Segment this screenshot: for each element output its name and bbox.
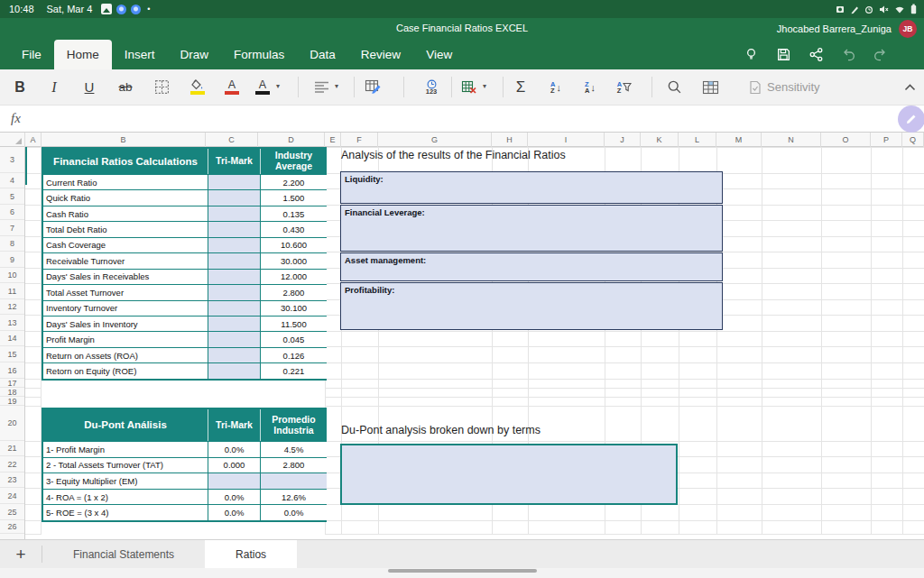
ratio-industry-cell[interactable]: 0.430	[261, 221, 327, 236]
row-header-19[interactable]: 19	[0, 397, 24, 406]
liquidity-box[interactable]: Liquidity:	[340, 171, 723, 204]
dupont-label-cell[interactable]: 2 - Total Assets Turnover (TAT)	[43, 457, 208, 473]
column-header-f[interactable]: F	[341, 133, 378, 147]
dupont-trimark-cell[interactable]: 0.0%	[208, 441, 261, 457]
column-header-l[interactable]: L	[679, 133, 716, 147]
ratio-label-cell[interactable]: Profit Margin	[43, 331, 208, 346]
ratio-industry-cell[interactable]: 30.000	[261, 252, 327, 268]
dupont-table-industry-header[interactable]: Promedio Industria	[261, 409, 327, 441]
ratio-industry-cell[interactable]: 1.500	[261, 189, 327, 205]
column-header-e[interactable]: E	[325, 133, 341, 147]
row-header-24[interactable]: 24	[0, 488, 24, 504]
ratio-trimark-cell[interactable]	[208, 174, 261, 189]
row-header-10[interactable]: 10	[0, 268, 24, 283]
row-header-20[interactable]: 20	[0, 406, 24, 441]
ratio-label-cell[interactable]: Days' Sales in Inventory	[43, 316, 208, 331]
row-header-7[interactable]: 7	[0, 220, 24, 236]
dupont-industry-cell[interactable]: 12.6%	[261, 489, 327, 505]
column-header-g[interactable]: G	[378, 133, 492, 147]
dupont-trimark-cell[interactable]: 0.000	[208, 457, 261, 473]
dupont-table-title-cell[interactable]: Du-Pont Análisis	[43, 409, 208, 441]
ratios-table-trimark-header[interactable]: Tri-Mark	[208, 149, 261, 174]
column-header-d[interactable]: D	[258, 133, 325, 147]
row-header-3[interactable]: 3	[0, 147, 24, 173]
ratio-label-cell[interactable]: Total Debt Ratio	[43, 221, 208, 236]
ratio-label-cell[interactable]: Return on Assets (ROA)	[43, 347, 208, 362]
select-all-corner[interactable]	[0, 133, 25, 147]
dupont-industry-cell[interactable]: 0.0%	[261, 504, 327, 520]
column-header-j[interactable]: J	[605, 133, 641, 147]
ratio-trimark-cell[interactable]	[208, 206, 261, 221]
row-header-9[interactable]: 9	[0, 252, 24, 268]
analysis-title[interactable]: Analysis of the results of the Financial…	[341, 149, 566, 161]
ratio-trimark-cell[interactable]	[208, 189, 261, 205]
ratio-label-cell[interactable]: Retorn on Equity (ROE)	[43, 362, 208, 378]
ratio-trimark-cell[interactable]	[208, 300, 261, 316]
dupont-note-title[interactable]: Du-Pont analysis broken down by terms	[341, 424, 541, 436]
ratio-industry-cell[interactable]: 0.045	[261, 331, 327, 346]
ratio-industry-cell[interactable]: 0.126	[261, 347, 327, 362]
ratio-industry-cell[interactable]: 10.600	[261, 237, 327, 252]
spreadsheet-grid[interactable]: ABCDEFGHIJKLMNOPQ 3456789101112131415161…	[0, 0, 924, 539]
column-header-b[interactable]: B	[42, 133, 206, 147]
column-header-q[interactable]: Q	[902, 133, 924, 147]
dupont-label-cell[interactable]: 4- ROA = (1 x 2)	[43, 489, 208, 505]
row-header-11[interactable]: 11	[0, 283, 24, 299]
column-header-n[interactable]: N	[762, 133, 821, 147]
column-header-h[interactable]: H	[492, 133, 528, 147]
column-header-o[interactable]: O	[821, 133, 871, 147]
row-header-5[interactable]: 5	[0, 188, 24, 205]
row-header-22[interactable]: 22	[0, 456, 24, 472]
row-header-4[interactable]: 4	[0, 173, 24, 188]
column-header-p[interactable]: P	[871, 133, 902, 147]
ratio-trimark-cell[interactable]	[208, 237, 261, 252]
column-header-m[interactable]: M	[716, 133, 762, 147]
dupont-note-box[interactable]	[340, 444, 678, 505]
dupont-trimark-cell[interactable]: 0.0%	[208, 504, 261, 520]
ratio-label-cell[interactable]: Receivable Turnover	[43, 252, 208, 268]
ratio-label-cell[interactable]: Total Asset Turnover	[43, 284, 208, 299]
row-header-8[interactable]: 8	[0, 236, 24, 252]
dupont-label-cell[interactable]: 1- Profit Margin	[43, 441, 208, 457]
row-header-26[interactable]: 26	[0, 520, 24, 534]
ratio-industry-cell[interactable]: 0.221	[261, 362, 327, 378]
add-sheet-button[interactable]: +	[0, 540, 42, 568]
ratio-trimark-cell[interactable]	[208, 331, 261, 346]
ratio-label-cell[interactable]: Inventory Turnover	[43, 300, 208, 316]
column-header-k[interactable]: K	[641, 133, 679, 147]
ratio-trimark-cell[interactable]	[208, 362, 261, 378]
column-header-i[interactable]: I	[528, 133, 605, 147]
ratio-label-cell[interactable]: Quick Ratio	[43, 189, 208, 205]
ratio-industry-cell[interactable]: 12.000	[261, 269, 327, 284]
ratio-trimark-cell[interactable]	[208, 316, 261, 331]
ratio-trimark-cell[interactable]	[208, 252, 261, 268]
dupont-label-cell[interactable]: 3- Equity Multiplier (EM)	[43, 472, 208, 489]
financial-leverage-box[interactable]: Financial Leverage:	[340, 205, 723, 252]
row-header-21[interactable]: 21	[0, 441, 24, 456]
asset-management-box[interactable]: Asset management:	[340, 252, 723, 281]
dupont-trimark-cell[interactable]: 0.0%	[208, 489, 261, 505]
ratio-industry-cell[interactable]: 2.800	[261, 284, 327, 299]
row-header-6[interactable]: 6	[0, 205, 24, 220]
ratio-trimark-cell[interactable]	[208, 284, 261, 299]
ratio-industry-cell[interactable]: 11.500	[261, 316, 327, 331]
row-header-23[interactable]: 23	[0, 472, 24, 488]
dupont-industry-cell[interactable]: 4.5%	[261, 441, 327, 457]
row-header-14[interactable]: 14	[0, 331, 24, 346]
ratio-label-cell[interactable]: Days' Sales in Receivables	[43, 269, 208, 284]
ratio-label-cell[interactable]: Cash Coverage	[43, 237, 208, 252]
ratios-table-title-cell[interactable]: Financial Ratios Calculations	[43, 149, 208, 174]
ratio-trimark-cell[interactable]	[208, 269, 261, 284]
ratio-industry-cell[interactable]: 2.200	[261, 174, 327, 189]
dupont-label-cell[interactable]: 5- ROE = (3 x 4)	[43, 504, 208, 520]
ratio-industry-cell[interactable]: 0.135	[261, 206, 327, 221]
sheet-tab-financial-statements[interactable]: Financial Statements	[42, 540, 205, 568]
profitability-box[interactable]: Profitability:	[340, 282, 723, 330]
sheet-tab-ratios[interactable]: Ratios	[205, 540, 297, 568]
dupont-industry-cell[interactable]: 2.800	[261, 457, 327, 473]
row-header-17[interactable]: 17	[0, 379, 24, 388]
ratio-label-cell[interactable]: Cash Ratio	[43, 206, 208, 221]
ratio-trimark-cell[interactable]	[208, 347, 261, 362]
dupont-industry-cell[interactable]	[261, 472, 327, 489]
row-header-12[interactable]: 12	[0, 299, 24, 315]
